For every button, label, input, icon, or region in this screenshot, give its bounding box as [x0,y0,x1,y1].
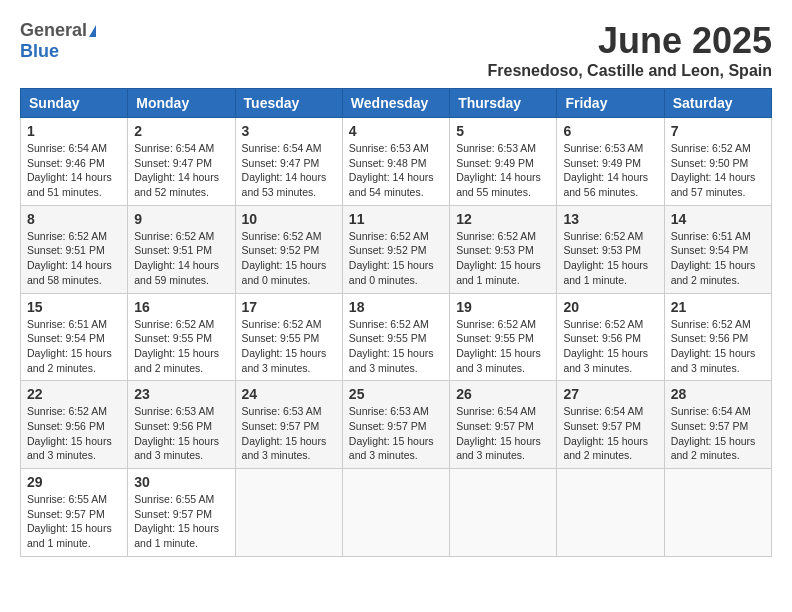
day-info: Sunrise: 6:51 AM Sunset: 9:54 PM Dayligh… [27,317,121,376]
day-cell: 19 Sunrise: 6:52 AM Sunset: 9:55 PM Dayl… [450,293,557,381]
day-cell: 27 Sunrise: 6:54 AM Sunset: 9:57 PM Dayl… [557,381,664,469]
day-info: Sunrise: 6:54 AM Sunset: 9:47 PM Dayligh… [242,141,336,200]
day-info: Sunrise: 6:52 AM Sunset: 9:52 PM Dayligh… [349,229,443,288]
header-wednesday: Wednesday [342,89,449,118]
day-number: 24 [242,386,336,402]
day-info: Sunrise: 6:52 AM Sunset: 9:51 PM Dayligh… [27,229,121,288]
day-cell: 16 Sunrise: 6:52 AM Sunset: 9:55 PM Dayl… [128,293,235,381]
day-cell: 10 Sunrise: 6:52 AM Sunset: 9:52 PM Dayl… [235,205,342,293]
day-info: Sunrise: 6:52 AM Sunset: 9:53 PM Dayligh… [563,229,657,288]
day-cell: 21 Sunrise: 6:52 AM Sunset: 9:56 PM Dayl… [664,293,771,381]
day-number: 7 [671,123,765,139]
logo-icon [89,25,96,37]
day-cell: 12 Sunrise: 6:52 AM Sunset: 9:53 PM Dayl… [450,205,557,293]
day-cell: 3 Sunrise: 6:54 AM Sunset: 9:47 PM Dayli… [235,118,342,206]
day-number: 12 [456,211,550,227]
day-info: Sunrise: 6:52 AM Sunset: 9:56 PM Dayligh… [671,317,765,376]
day-cell [664,469,771,557]
day-number: 11 [349,211,443,227]
header-saturday: Saturday [664,89,771,118]
day-info: Sunrise: 6:52 AM Sunset: 9:55 PM Dayligh… [456,317,550,376]
day-number: 13 [563,211,657,227]
logo-blue: Blue [20,41,59,61]
location-title: Fresnedoso, Castille and Leon, Spain [488,62,773,80]
day-number: 3 [242,123,336,139]
day-cell: 11 Sunrise: 6:52 AM Sunset: 9:52 PM Dayl… [342,205,449,293]
day-cell: 8 Sunrise: 6:52 AM Sunset: 9:51 PM Dayli… [21,205,128,293]
day-cell: 9 Sunrise: 6:52 AM Sunset: 9:51 PM Dayli… [128,205,235,293]
day-cell: 2 Sunrise: 6:54 AM Sunset: 9:47 PM Dayli… [128,118,235,206]
day-cell: 29 Sunrise: 6:55 AM Sunset: 9:57 PM Dayl… [21,469,128,557]
day-cell: 6 Sunrise: 6:53 AM Sunset: 9:49 PM Dayli… [557,118,664,206]
week-row-5: 29 Sunrise: 6:55 AM Sunset: 9:57 PM Dayl… [21,469,772,557]
week-row-1: 1 Sunrise: 6:54 AM Sunset: 9:46 PM Dayli… [21,118,772,206]
day-cell: 5 Sunrise: 6:53 AM Sunset: 9:49 PM Dayli… [450,118,557,206]
calendar-table: SundayMondayTuesdayWednesdayThursdayFrid… [20,88,772,557]
header-sunday: Sunday [21,89,128,118]
day-info: Sunrise: 6:53 AM Sunset: 9:49 PM Dayligh… [563,141,657,200]
week-row-2: 8 Sunrise: 6:52 AM Sunset: 9:51 PM Dayli… [21,205,772,293]
day-info: Sunrise: 6:53 AM Sunset: 9:57 PM Dayligh… [242,404,336,463]
day-info: Sunrise: 6:52 AM Sunset: 9:56 PM Dayligh… [27,404,121,463]
day-info: Sunrise: 6:52 AM Sunset: 9:55 PM Dayligh… [134,317,228,376]
day-info: Sunrise: 6:54 AM Sunset: 9:46 PM Dayligh… [27,141,121,200]
day-cell: 25 Sunrise: 6:53 AM Sunset: 9:57 PM Dayl… [342,381,449,469]
day-info: Sunrise: 6:52 AM Sunset: 9:52 PM Dayligh… [242,229,336,288]
month-title: June 2025 [488,20,773,62]
day-info: Sunrise: 6:54 AM Sunset: 9:57 PM Dayligh… [456,404,550,463]
day-number: 19 [456,299,550,315]
day-number: 23 [134,386,228,402]
day-cell: 17 Sunrise: 6:52 AM Sunset: 9:55 PM Dayl… [235,293,342,381]
day-cell: 26 Sunrise: 6:54 AM Sunset: 9:57 PM Dayl… [450,381,557,469]
day-info: Sunrise: 6:53 AM Sunset: 9:48 PM Dayligh… [349,141,443,200]
day-number: 27 [563,386,657,402]
day-number: 29 [27,474,121,490]
day-info: Sunrise: 6:52 AM Sunset: 9:55 PM Dayligh… [242,317,336,376]
day-number: 9 [134,211,228,227]
title-area: June 2025 Fresnedoso, Castille and Leon,… [488,20,773,80]
header-friday: Friday [557,89,664,118]
day-info: Sunrise: 6:54 AM Sunset: 9:47 PM Dayligh… [134,141,228,200]
calendar-header-row: SundayMondayTuesdayWednesdayThursdayFrid… [21,89,772,118]
day-number: 5 [456,123,550,139]
day-number: 26 [456,386,550,402]
day-number: 17 [242,299,336,315]
day-cell [235,469,342,557]
day-number: 20 [563,299,657,315]
day-info: Sunrise: 6:54 AM Sunset: 9:57 PM Dayligh… [671,404,765,463]
day-number: 2 [134,123,228,139]
day-info: Sunrise: 6:53 AM Sunset: 9:49 PM Dayligh… [456,141,550,200]
day-cell [557,469,664,557]
day-info: Sunrise: 6:52 AM Sunset: 9:50 PM Dayligh… [671,141,765,200]
day-number: 25 [349,386,443,402]
day-info: Sunrise: 6:51 AM Sunset: 9:54 PM Dayligh… [671,229,765,288]
day-cell: 20 Sunrise: 6:52 AM Sunset: 9:56 PM Dayl… [557,293,664,381]
day-info: Sunrise: 6:52 AM Sunset: 9:53 PM Dayligh… [456,229,550,288]
page-header: General Blue June 2025 Fresnedoso, Casti… [20,20,772,80]
day-cell: 18 Sunrise: 6:52 AM Sunset: 9:55 PM Dayl… [342,293,449,381]
day-cell: 14 Sunrise: 6:51 AM Sunset: 9:54 PM Dayl… [664,205,771,293]
day-number: 15 [27,299,121,315]
day-cell: 7 Sunrise: 6:52 AM Sunset: 9:50 PM Dayli… [664,118,771,206]
day-cell: 23 Sunrise: 6:53 AM Sunset: 9:56 PM Dayl… [128,381,235,469]
day-cell: 28 Sunrise: 6:54 AM Sunset: 9:57 PM Dayl… [664,381,771,469]
day-cell [450,469,557,557]
day-info: Sunrise: 6:52 AM Sunset: 9:55 PM Dayligh… [349,317,443,376]
day-info: Sunrise: 6:55 AM Sunset: 9:57 PM Dayligh… [134,492,228,551]
day-info: Sunrise: 6:52 AM Sunset: 9:56 PM Dayligh… [563,317,657,376]
day-info: Sunrise: 6:52 AM Sunset: 9:51 PM Dayligh… [134,229,228,288]
day-number: 18 [349,299,443,315]
day-number: 1 [27,123,121,139]
day-info: Sunrise: 6:55 AM Sunset: 9:57 PM Dayligh… [27,492,121,551]
header-monday: Monday [128,89,235,118]
day-info: Sunrise: 6:53 AM Sunset: 9:56 PM Dayligh… [134,404,228,463]
day-cell: 1 Sunrise: 6:54 AM Sunset: 9:46 PM Dayli… [21,118,128,206]
day-cell: 13 Sunrise: 6:52 AM Sunset: 9:53 PM Dayl… [557,205,664,293]
day-number: 28 [671,386,765,402]
day-number: 14 [671,211,765,227]
day-info: Sunrise: 6:54 AM Sunset: 9:57 PM Dayligh… [563,404,657,463]
day-info: Sunrise: 6:53 AM Sunset: 9:57 PM Dayligh… [349,404,443,463]
day-cell: 24 Sunrise: 6:53 AM Sunset: 9:57 PM Dayl… [235,381,342,469]
day-cell [342,469,449,557]
day-number: 4 [349,123,443,139]
